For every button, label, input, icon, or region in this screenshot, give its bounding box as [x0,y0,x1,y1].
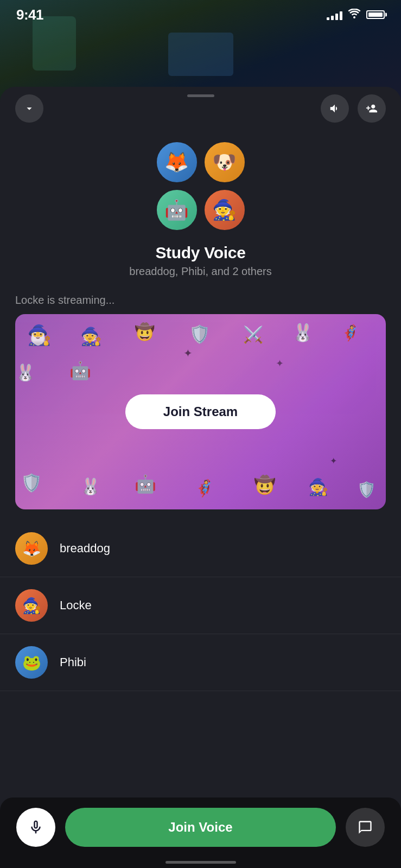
sticker-10: 🛡️ [21,473,42,493]
status-time: 9:41 [16,7,43,23]
status-icons [327,9,385,21]
member-name-phibi: Phibi [60,655,86,669]
member-list: 🦊 breaddog 🧙 Locke 🐸 Phibi [0,509,401,691]
sticker-2: 🧙 [80,326,102,347]
avatar-3: 🤖 [155,188,199,232]
avatar-1: 🦊 [155,141,199,184]
avatar-2: 🐶 [203,141,246,184]
member-avatar-breaddog: 🦊 [15,532,48,565]
member-item-phibi: 🐸 Phibi [0,634,401,691]
right-controls [321,94,386,123]
sticker-5: ⚔️ [243,325,263,344]
signal-bars-icon [327,9,342,20]
bar1 [327,17,329,20]
channel-info: Study Voice breaddog, Phibi, and 2 other… [0,244,401,278]
member-avatar-phibi: 🐸 [15,646,48,679]
stream-preview: 🧙‍♂️ 🧙 🤠 🛡️ ⚔️ 🐰 🦸 🐰 🤖 🛡️ 🐰 🤖 🦸 🤠 🧙 🛡️ [15,314,386,509]
sticker-16: 🛡️ [357,481,376,499]
sticker-3: 🤠 [135,322,155,341]
channel-name: Study Voice [22,244,379,262]
volume-button[interactable] [321,94,349,123]
sticker-14: 🤠 [254,475,276,495]
sticker-1: 🧙‍♂️ [27,324,52,347]
sparkle-3: ✦ [330,456,337,466]
chat-button[interactable] [346,808,385,847]
wifi-icon [348,9,361,21]
member-avatar-locke: 🧙 [15,589,48,622]
add-user-button[interactable] [358,94,386,123]
bar3 [335,14,338,20]
sticker-7: 🦸 [341,324,360,342]
avatar-grid: 🦊 🐶 🤖 🧙 [155,141,246,232]
member-name-breaddog: breaddog [60,541,110,556]
sparkle-2: ✦ [276,358,284,369]
chat-icon [358,820,373,835]
member-item-breaddog: 🦊 breaddog [0,520,401,577]
battery-fill [368,12,383,17]
sticker-12: 🤖 [135,474,156,494]
add-user-icon [366,103,378,114]
chevron-down-icon [23,103,35,114]
member-item-locke: 🧙 Locke [0,577,401,634]
collapse-button[interactable] [15,94,43,123]
volume-icon [329,103,341,114]
status-bar: 9:41 [0,0,401,29]
join-stream-button[interactable]: Join Stream [125,394,276,429]
battery-icon [366,10,385,19]
bar2 [331,16,334,20]
home-indicator [166,861,236,864]
bottom-bar: Join Voice [0,797,401,868]
sticker-13: 🦸 [194,478,214,497]
top-controls [0,94,401,123]
avatar-cluster: 🦊 🐶 🤖 🧙 [0,141,401,232]
join-voice-button[interactable]: Join Voice [65,808,336,847]
mic-icon [28,819,44,835]
streaming-label: Locke is streaming... [15,294,386,307]
mic-button[interactable] [16,808,55,847]
channel-members: breaddog, Phibi, and 2 others [22,265,379,278]
streaming-section: Locke is streaming... 🧙‍♂️ 🧙 🤠 🛡️ ⚔️ 🐰 🦸… [0,278,401,509]
sticker-8: 🐰 [15,363,35,382]
sticker-15: 🧙 [308,477,328,496]
avatar-4: 🧙 [203,188,246,232]
voice-channel-sheet: 🦊 🐶 🤖 🧙 Study Voice breaddog, Phibi, and… [0,87,401,868]
member-name-locke: Locke [60,598,92,612]
sticker-6: 🐰 [292,322,314,343]
sticker-11: 🐰 [80,477,100,496]
bar4 [340,11,342,20]
sparkle-1: ✦ [183,347,193,360]
sticker-9: 🤖 [69,360,91,381]
sticker-4: 🛡️ [189,324,211,344]
